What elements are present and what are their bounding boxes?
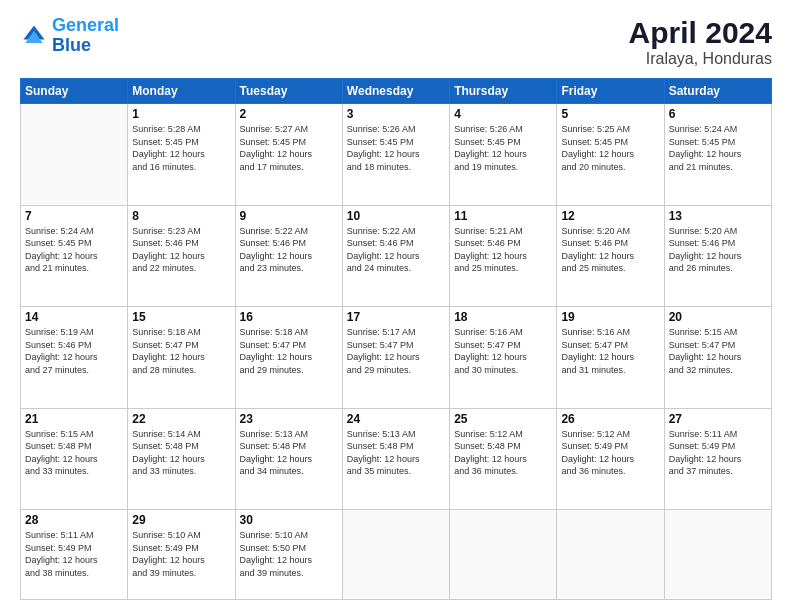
col-sunday: Sunday [21,79,128,104]
day-number: 13 [669,209,767,223]
day-info: Sunrise: 5:23 AM Sunset: 5:46 PM Dayligh… [132,225,230,275]
col-saturday: Saturday [664,79,771,104]
day-number: 16 [240,310,338,324]
day-info: Sunrise: 5:18 AM Sunset: 5:47 PM Dayligh… [132,326,230,376]
calendar-cell: 22Sunrise: 5:14 AM Sunset: 5:48 PM Dayli… [128,408,235,510]
calendar-cell: 21Sunrise: 5:15 AM Sunset: 5:48 PM Dayli… [21,408,128,510]
day-info: Sunrise: 5:11 AM Sunset: 5:49 PM Dayligh… [669,428,767,478]
day-info: Sunrise: 5:17 AM Sunset: 5:47 PM Dayligh… [347,326,445,376]
calendar-cell: 9Sunrise: 5:22 AM Sunset: 5:46 PM Daylig… [235,205,342,307]
day-number: 15 [132,310,230,324]
day-info: Sunrise: 5:11 AM Sunset: 5:49 PM Dayligh… [25,529,123,579]
day-info: Sunrise: 5:10 AM Sunset: 5:49 PM Dayligh… [132,529,230,579]
calendar-row-1: 1Sunrise: 5:28 AM Sunset: 5:45 PM Daylig… [21,104,772,206]
calendar-row-4: 21Sunrise: 5:15 AM Sunset: 5:48 PM Dayli… [21,408,772,510]
day-number: 5 [561,107,659,121]
day-number: 12 [561,209,659,223]
calendar-title: April 2024 [629,16,772,50]
calendar-cell: 29Sunrise: 5:10 AM Sunset: 5:49 PM Dayli… [128,510,235,600]
day-number: 11 [454,209,552,223]
calendar-cell [342,510,449,600]
day-number: 9 [240,209,338,223]
calendar-cell: 5Sunrise: 5:25 AM Sunset: 5:45 PM Daylig… [557,104,664,206]
calendar-cell [664,510,771,600]
day-number: 4 [454,107,552,121]
calendar-cell: 27Sunrise: 5:11 AM Sunset: 5:49 PM Dayli… [664,408,771,510]
day-info: Sunrise: 5:15 AM Sunset: 5:47 PM Dayligh… [669,326,767,376]
day-info: Sunrise: 5:14 AM Sunset: 5:48 PM Dayligh… [132,428,230,478]
calendar-cell: 1Sunrise: 5:28 AM Sunset: 5:45 PM Daylig… [128,104,235,206]
calendar-cell: 12Sunrise: 5:20 AM Sunset: 5:46 PM Dayli… [557,205,664,307]
calendar-row-5: 28Sunrise: 5:11 AM Sunset: 5:49 PM Dayli… [21,510,772,600]
calendar-cell [450,510,557,600]
calendar-cell: 25Sunrise: 5:12 AM Sunset: 5:48 PM Dayli… [450,408,557,510]
day-number: 17 [347,310,445,324]
logo-blue: Blue [52,35,91,55]
day-info: Sunrise: 5:20 AM Sunset: 5:46 PM Dayligh… [561,225,659,275]
logo-icon [20,22,48,50]
day-number: 2 [240,107,338,121]
day-number: 19 [561,310,659,324]
calendar-cell: 13Sunrise: 5:20 AM Sunset: 5:46 PM Dayli… [664,205,771,307]
day-number: 18 [454,310,552,324]
calendar-cell: 8Sunrise: 5:23 AM Sunset: 5:46 PM Daylig… [128,205,235,307]
day-info: Sunrise: 5:13 AM Sunset: 5:48 PM Dayligh… [240,428,338,478]
day-info: Sunrise: 5:26 AM Sunset: 5:45 PM Dayligh… [454,123,552,173]
calendar-cell: 26Sunrise: 5:12 AM Sunset: 5:49 PM Dayli… [557,408,664,510]
calendar-cell: 10Sunrise: 5:22 AM Sunset: 5:46 PM Dayli… [342,205,449,307]
day-number: 21 [25,412,123,426]
day-info: Sunrise: 5:10 AM Sunset: 5:50 PM Dayligh… [240,529,338,579]
calendar-cell: 28Sunrise: 5:11 AM Sunset: 5:49 PM Dayli… [21,510,128,600]
day-info: Sunrise: 5:12 AM Sunset: 5:49 PM Dayligh… [561,428,659,478]
calendar-cell [21,104,128,206]
day-info: Sunrise: 5:27 AM Sunset: 5:45 PM Dayligh… [240,123,338,173]
day-info: Sunrise: 5:20 AM Sunset: 5:46 PM Dayligh… [669,225,767,275]
col-friday: Friday [557,79,664,104]
calendar-row-3: 14Sunrise: 5:19 AM Sunset: 5:46 PM Dayli… [21,307,772,409]
calendar-cell: 30Sunrise: 5:10 AM Sunset: 5:50 PM Dayli… [235,510,342,600]
col-wednesday: Wednesday [342,79,449,104]
calendar-cell: 7Sunrise: 5:24 AM Sunset: 5:45 PM Daylig… [21,205,128,307]
calendar-cell: 4Sunrise: 5:26 AM Sunset: 5:45 PM Daylig… [450,104,557,206]
day-number: 30 [240,513,338,527]
day-info: Sunrise: 5:16 AM Sunset: 5:47 PM Dayligh… [561,326,659,376]
calendar-cell: 17Sunrise: 5:17 AM Sunset: 5:47 PM Dayli… [342,307,449,409]
day-number: 25 [454,412,552,426]
day-number: 1 [132,107,230,121]
col-tuesday: Tuesday [235,79,342,104]
calendar-cell: 14Sunrise: 5:19 AM Sunset: 5:46 PM Dayli… [21,307,128,409]
day-number: 27 [669,412,767,426]
day-info: Sunrise: 5:22 AM Sunset: 5:46 PM Dayligh… [347,225,445,275]
logo-text: General Blue [52,16,119,56]
day-info: Sunrise: 5:24 AM Sunset: 5:45 PM Dayligh… [25,225,123,275]
weekday-header-row: Sunday Monday Tuesday Wednesday Thursday… [21,79,772,104]
day-info: Sunrise: 5:26 AM Sunset: 5:45 PM Dayligh… [347,123,445,173]
col-monday: Monday [128,79,235,104]
day-info: Sunrise: 5:28 AM Sunset: 5:45 PM Dayligh… [132,123,230,173]
calendar-cell: 24Sunrise: 5:13 AM Sunset: 5:48 PM Dayli… [342,408,449,510]
logo: General Blue [20,16,119,56]
calendar-cell: 15Sunrise: 5:18 AM Sunset: 5:47 PM Dayli… [128,307,235,409]
day-info: Sunrise: 5:12 AM Sunset: 5:48 PM Dayligh… [454,428,552,478]
day-info: Sunrise: 5:13 AM Sunset: 5:48 PM Dayligh… [347,428,445,478]
calendar-cell: 19Sunrise: 5:16 AM Sunset: 5:47 PM Dayli… [557,307,664,409]
day-number: 28 [25,513,123,527]
day-number: 29 [132,513,230,527]
calendar-cell: 18Sunrise: 5:16 AM Sunset: 5:47 PM Dayli… [450,307,557,409]
day-info: Sunrise: 5:21 AM Sunset: 5:46 PM Dayligh… [454,225,552,275]
calendar-cell: 11Sunrise: 5:21 AM Sunset: 5:46 PM Dayli… [450,205,557,307]
day-number: 14 [25,310,123,324]
calendar-cell [557,510,664,600]
day-info: Sunrise: 5:18 AM Sunset: 5:47 PM Dayligh… [240,326,338,376]
col-thursday: Thursday [450,79,557,104]
logo-general: General [52,15,119,35]
page: General Blue April 2024 Iralaya, Hondura… [0,0,792,612]
day-number: 8 [132,209,230,223]
day-number: 26 [561,412,659,426]
day-info: Sunrise: 5:22 AM Sunset: 5:46 PM Dayligh… [240,225,338,275]
day-number: 23 [240,412,338,426]
calendar-cell: 23Sunrise: 5:13 AM Sunset: 5:48 PM Dayli… [235,408,342,510]
day-info: Sunrise: 5:19 AM Sunset: 5:46 PM Dayligh… [25,326,123,376]
day-number: 6 [669,107,767,121]
calendar-row-2: 7Sunrise: 5:24 AM Sunset: 5:45 PM Daylig… [21,205,772,307]
